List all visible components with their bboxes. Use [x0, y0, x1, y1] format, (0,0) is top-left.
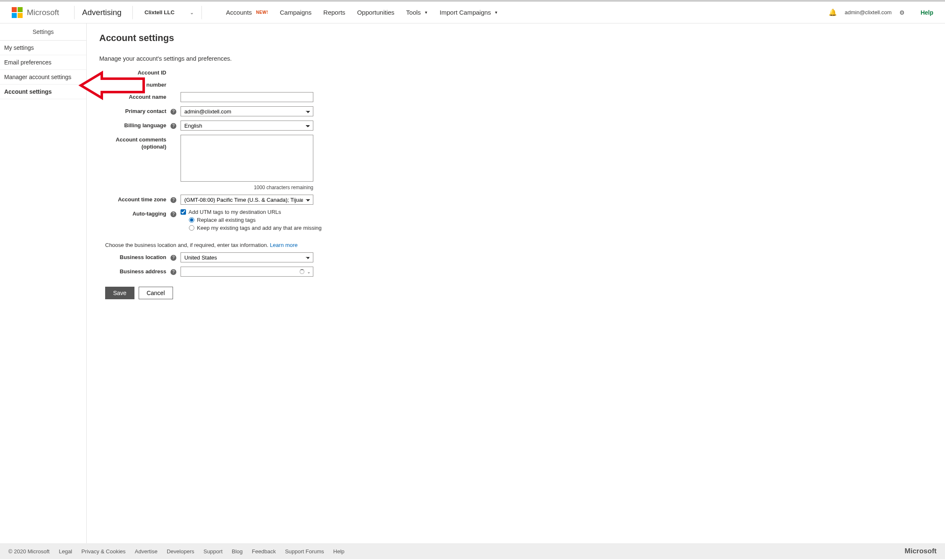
footer-link-blog[interactable]: Blog — [232, 548, 243, 555]
divider — [201, 6, 202, 19]
billing-language-select[interactable]: English — [181, 121, 313, 131]
cancel-button[interactable]: Cancel — [139, 287, 173, 299]
sidebar-item-account-settings[interactable]: Account settings — [0, 85, 86, 99]
account-name-input[interactable] — [181, 92, 313, 102]
chevron-down-icon: ⌄ — [307, 270, 310, 274]
footer-copyright: © 2020 Microsoft — [8, 548, 49, 555]
learn-more-link[interactable]: Learn more — [270, 242, 297, 248]
nav-label: Accounts — [226, 9, 252, 16]
business-note-text: Choose the business location and, if req… — [105, 242, 270, 248]
footer-link-support-forums[interactable]: Support Forums — [285, 548, 324, 555]
label-account-comments: Account comments (optional) — [99, 135, 170, 151]
footer-link-help[interactable]: Help — [333, 548, 345, 555]
label-account-id: Account ID — [99, 68, 170, 76]
help-icon[interactable]: ? — [170, 269, 176, 275]
microsoft-logo-icon — [12, 7, 23, 18]
account-comments-textarea[interactable] — [181, 135, 313, 182]
auto-tag-radio-replace[interactable] — [189, 217, 194, 223]
nav-label: Tools — [406, 9, 421, 16]
nav-opportunities[interactable]: Opportunities — [357, 9, 394, 16]
auto-tag-radio-replace-label: Replace all existing tags — [197, 217, 256, 223]
main-nav: AccountsNEW! Campaigns Reports Opportuni… — [226, 9, 498, 16]
help-icon[interactable]: ? — [170, 255, 176, 261]
help-link[interactable]: Help — [921, 9, 933, 16]
nav-accounts[interactable]: AccountsNEW! — [226, 9, 268, 16]
chevron-down-icon: ▼ — [494, 10, 498, 15]
label-billing-language: Billing language — [99, 121, 170, 128]
save-button[interactable]: Save — [105, 287, 134, 299]
account-picker[interactable]: Clixtell LLC — [145, 9, 175, 15]
sidebar-item-my-settings[interactable]: My settings — [0, 41, 86, 55]
timezone-select[interactable]: (GMT-08:00) Pacific Time (U.S. & Canada)… — [181, 195, 313, 205]
chars-remaining: 1000 characters remaining — [181, 185, 313, 190]
divider — [132, 6, 133, 19]
label-business-location: Business location — [99, 252, 170, 260]
auto-tag-radio-keep[interactable] — [189, 225, 194, 231]
help-icon[interactable]: ? — [170, 211, 176, 217]
footer-link-feedback[interactable]: Feedback — [252, 548, 276, 555]
business-location-select[interactable]: United States — [181, 252, 313, 262]
footer-link-privacy[interactable]: Privacy & Cookies — [81, 548, 125, 555]
label-business-address: Business address — [99, 267, 170, 275]
label-primary-contact: Primary contact — [99, 106, 170, 114]
loading-spinner-icon — [300, 269, 305, 274]
help-icon[interactable]: ? — [170, 109, 176, 115]
primary-contact-select[interactable]: admin@clixtell.com — [181, 106, 313, 116]
footer-link-advertise[interactable]: Advertise — [135, 548, 158, 555]
business-address-select[interactable]: ⌄ — [181, 267, 313, 277]
page-title: Account settings — [99, 33, 932, 44]
footer-link-support[interactable]: Support — [204, 548, 223, 555]
auto-tag-radio-keep-label: Keep my existing tags and add any that a… — [197, 225, 322, 231]
brand-word: Microsoft — [27, 8, 59, 17]
top-bar: Microsoft Advertising Clixtell LLC ⌄ Acc… — [0, 0, 945, 23]
sidebar-item-manager-account-settings[interactable]: Manager account settings — [0, 70, 86, 85]
gear-icon[interactable]: ⚙ — [899, 9, 905, 16]
bell-icon[interactable]: 🔔 — [829, 8, 837, 16]
footer: © 2020 Microsoft Legal Privacy & Cookies… — [0, 543, 945, 559]
auto-tag-checkbox[interactable] — [181, 209, 186, 215]
product-name[interactable]: Advertising — [82, 8, 121, 17]
nav-reports[interactable]: Reports — [323, 9, 346, 16]
label-account-number: Account number — [99, 80, 170, 88]
chevron-down-icon: ▼ — [424, 10, 428, 15]
label-timezone: Account time zone — [99, 195, 170, 203]
user-email[interactable]: admin@clixtell.com — [844, 9, 891, 15]
divider — [74, 6, 75, 19]
help-icon[interactable]: ? — [170, 123, 176, 129]
main-content: Account settings Manage your account's s… — [87, 23, 945, 543]
page-subtitle: Manage your account's settings and prefe… — [99, 55, 932, 62]
help-icon[interactable]: ? — [170, 197, 176, 203]
auto-tag-checkbox-label: Add UTM tags to my destination URLs — [188, 209, 281, 215]
label-account-name: Account name — [99, 92, 170, 100]
sidebar-item-email-preferences[interactable]: Email preferences — [0, 55, 86, 70]
nav-campaigns[interactable]: Campaigns — [280, 9, 312, 16]
footer-microsoft-logo: Microsoft — [905, 547, 937, 555]
footer-link-legal[interactable]: Legal — [59, 548, 72, 555]
shell: Settings My settings Email preferences M… — [0, 23, 945, 543]
nav-label: Import Campaigns — [440, 9, 491, 16]
label-auto-tagging: Auto-tagging — [99, 209, 170, 217]
nav-tools[interactable]: Tools▼ — [406, 9, 428, 16]
sidebar: Settings My settings Email preferences M… — [0, 23, 87, 543]
chevron-down-icon[interactable]: ⌄ — [190, 10, 194, 15]
nav-import-campaigns[interactable]: Import Campaigns▼ — [440, 9, 498, 16]
new-badge: NEW! — [256, 10, 268, 15]
sidebar-title: Settings — [0, 23, 86, 41]
account-picker-name: Clixtell LLC — [145, 9, 175, 15]
footer-link-developers[interactable]: Developers — [167, 548, 194, 555]
business-note: Choose the business location and, if req… — [105, 242, 932, 248]
topbar-right: 🔔 admin@clixtell.com ⚙ Help — [829, 8, 933, 16]
